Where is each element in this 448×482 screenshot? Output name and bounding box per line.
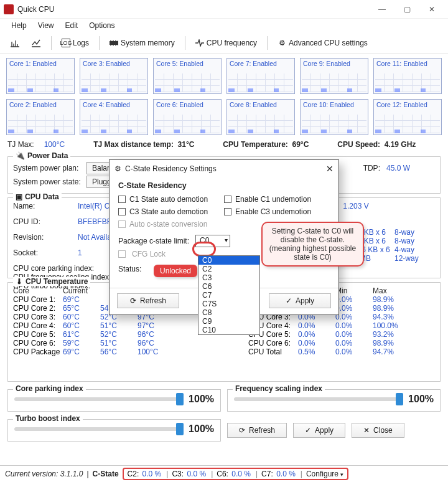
dropdown-option[interactable]: C2 [198,265,259,273]
refresh-button[interactable]: ⟳Refresh [227,423,287,438]
turbo-slider[interactable] [14,427,184,431]
core-tile[interactable]: Core 5: Enabled [153,58,222,94]
freq-scaling-slider[interactable] [234,397,403,401]
system-memory-button[interactable]: System memory [106,37,179,49]
modal-refresh-button[interactable]: ⟳Refresh [117,293,179,308]
modal-status-label: Status: [118,265,141,273]
core-tile[interactable]: Core 10: Enabled [300,99,368,135]
chart-line-icon[interactable] [27,37,45,49]
pulse-icon [195,39,204,47]
cstate-c3: C3: 0.0 % [172,470,207,478]
dropdown-option[interactable]: C3 [198,273,259,282]
system-memory-label: System memory [121,39,175,47]
pkg-cstate-dropdown-list[interactable]: C0 C2 C3 C6 C7 C7S C8 C9 C10 [198,255,260,335]
cpu-name-label: Name: [13,202,75,216]
core-tile[interactable]: Core 7: Enabled [226,58,295,94]
core-tile[interactable]: Core 11: Enabled [373,58,442,94]
check-icon: ✓ [305,426,311,435]
core-tile[interactable]: Core 6: Enabled [153,99,222,135]
dropdown-option[interactable]: C7 [198,291,259,300]
plug-icon: 🔌 [16,151,25,160]
dropdown-option[interactable]: C9 [198,317,259,326]
core-tile[interactable]: Core 8: Enabled [226,99,295,135]
dropdown-option[interactable]: C7S [198,300,259,308]
freq-scaling-value: 100% [408,394,434,405]
table-row: CPU Package69°C56°C100°C [13,347,175,356]
gear-icon: ⚙ [114,164,121,173]
title-bar: Quick CPU — ▢ ✕ [0,0,448,19]
cpu-frequency-button[interactable]: CPU frequency [192,37,261,49]
apply-button[interactable]: ✓Apply [293,423,345,438]
tjmax-distance-value: 31°C [178,140,195,149]
core-parking-value: 100% [189,394,214,405]
cstate-label: C-State [93,470,119,478]
cstate-c2: C2: 0.0 % [128,470,163,478]
table-row: CPU Core 5:61°C52°C96°C [13,330,175,339]
thermometer-icon: 🌡 [16,277,23,286]
core-tile[interactable]: Core 12: Enabled [373,99,442,135]
table-row: CPU Core 4:0.0%0.0%100.0% [248,321,435,330]
close-button[interactable]: ✕ [419,1,444,18]
dropdown-option[interactable]: C8 [198,308,259,317]
menu-options[interactable]: Options [89,21,114,30]
cpu-socket-label: Socket: [13,248,75,263]
core-tiles: Core 1: Enabled Core 3: Enabled Core 5: … [0,54,448,135]
tdp-label: TDP: [363,164,380,172]
c3-demotion-checkbox[interactable]: C3 State auto demotion [118,207,224,216]
c1-undemotion-checkbox[interactable]: Enable C1 undemotion [224,195,330,204]
temp-legend: CPU Temperature [26,277,88,286]
dropdown-option[interactable]: C0 [198,256,259,265]
cpu-speed-label: CPU Speed: [337,140,380,149]
modal-apply-button[interactable]: ✓Apply [269,293,331,308]
table-row: CPU Core 6:59°C51°C96°C [13,339,175,347]
max-header: Max [373,286,410,295]
status-bar: Current version: 3.1.1.0 | C-State C2: 0… [0,465,448,482]
advanced-settings-label: Advanced CPU settings [289,39,368,47]
core-tile[interactable]: Core 1: Enabled [6,58,75,94]
core-tile[interactable]: Core 9: Enabled [300,58,368,94]
svg-rect-0 [110,41,118,45]
core-tile[interactable]: Core 3: Enabled [80,58,148,94]
turbo-legend: Turbo boost index [13,414,83,423]
refresh-icon: ⟳ [130,296,136,305]
logs-button[interactable]: LOG Logs [58,37,93,49]
memory-icon [110,39,118,47]
modal-close-button[interactable]: ✕ [326,164,334,174]
core-parking-slider[interactable] [14,397,184,401]
unlocked-callout: Unlocked [154,265,197,277]
refresh-icon: ⟳ [239,426,245,435]
cpu-speed-value: 4.19 GHz [385,140,416,149]
table-row: CPU Core 5:0.0%0.0%93.2% [248,330,435,339]
configure-dropdown[interactable]: Configure ▾ [306,470,343,478]
menu-help[interactable]: Help [11,21,27,30]
log-icon: LOG [62,39,70,47]
menu-edit[interactable]: Edit [65,21,78,30]
menu-view[interactable]: View [38,21,54,30]
modal-title: C-State Residency Settings [125,164,217,173]
c1-demotion-checkbox[interactable]: C1 State auto demotion [118,195,224,204]
advanced-settings-button[interactable]: ⚙ Advanced CPU settings [274,37,371,49]
c3-undemotion-checkbox[interactable]: Enable C3 undemotion [224,207,330,216]
window-title: Quick CPU [17,5,54,14]
cstate-box: C2: 0.0 %| C3: 0.0 %| C6: 0.0 %| C7: 0.0… [123,468,349,480]
core-tile[interactable]: Core 4: Enabled [80,99,148,135]
check-icon: ✓ [286,296,292,305]
chart-bar-icon[interactable] [6,37,24,49]
dropdown-option[interactable]: C6 [198,282,259,291]
maximize-button[interactable]: ▢ [394,1,419,18]
version-label: Current version: [5,470,58,478]
core-parking-index-section: Core parking index 100% [7,389,221,412]
core-tile[interactable]: Core 2: Enabled [6,99,75,135]
auto-conversion-checkbox: Auto c-state conversion [118,220,224,229]
minimize-button[interactable]: — [370,1,394,18]
pkg-cstate-label: Package c-state limit: [118,237,189,245]
version-value: 3.1.1.0 [60,470,83,478]
cpu-id-label: CPU ID: [13,217,75,232]
vid-value: 1.203 V [343,202,368,210]
tjmax-distance-label: TJ Max distance temp: [93,140,174,149]
gear-icon: ⚙ [278,39,286,47]
min-header: Min [335,286,373,295]
close-button-main[interactable]: ✕Close [352,423,404,438]
tjmax-value[interactable]: 100°C [44,140,65,149]
dropdown-option[interactable]: C10 [198,326,259,334]
